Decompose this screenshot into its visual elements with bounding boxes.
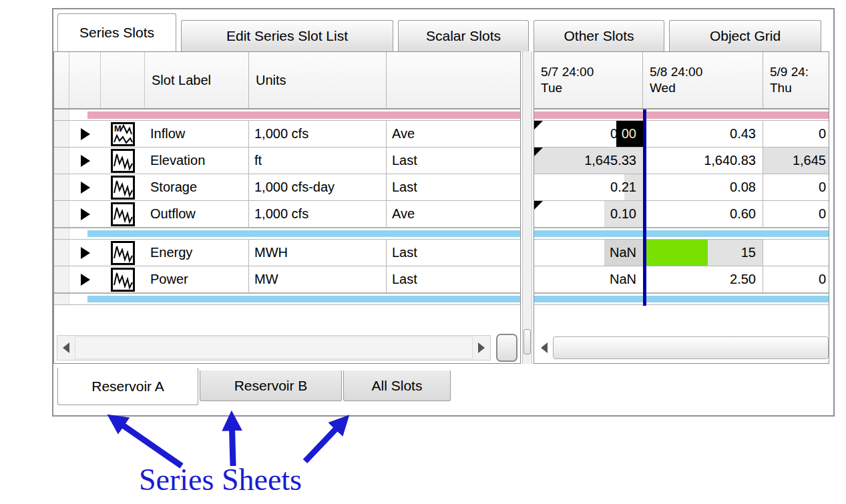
header-separator-band bbox=[54, 109, 520, 121]
row-header-cell[interactable] bbox=[54, 201, 69, 227]
timestep-cell[interactable]: 0.43 bbox=[646, 121, 763, 147]
sheet-tab-reservoir-b[interactable]: Reservoir B bbox=[200, 370, 342, 401]
tab-object-grid[interactable]: Object Grid bbox=[669, 20, 821, 51]
timestep-value-row: 1,645.331,640.831,645 bbox=[534, 148, 829, 174]
slot-label-cell[interactable]: Outflow bbox=[145, 201, 249, 227]
column-header-aggregation bbox=[387, 52, 520, 108]
expand-row-control[interactable] bbox=[69, 240, 101, 266]
timestep-cell[interactable]: 0 bbox=[763, 174, 829, 200]
slot-label-cell[interactable]: Storage bbox=[145, 174, 249, 200]
slot-aggregation-cell[interactable]: Last bbox=[387, 266, 520, 292]
expand-arrow-icon bbox=[81, 274, 90, 286]
timestep-cell[interactable]: 2.50 bbox=[646, 266, 763, 292]
slot-label-cell[interactable]: Power bbox=[145, 266, 249, 292]
row-header-cell[interactable] bbox=[54, 148, 69, 174]
timestep-cell[interactable]: 0.10 bbox=[534, 201, 643, 227]
slot-units-cell[interactable]: 1,000 cfs-day bbox=[249, 174, 387, 200]
timestep-cell[interactable]: 0.08 bbox=[646, 174, 763, 200]
timestep-column-header[interactable]: 5/9 24:Thu bbox=[763, 52, 829, 108]
column-adjust-button[interactable] bbox=[496, 334, 517, 362]
pane-splitter[interactable] bbox=[522, 51, 532, 364]
expand-row-control[interactable] bbox=[69, 266, 101, 292]
slot-aggregation-cell[interactable]: Last bbox=[387, 240, 520, 266]
left-horizontal-scrollbar-row bbox=[54, 332, 520, 363]
timestep-cell[interactable]: 0.21 bbox=[534, 174, 643, 200]
expand-arrow-icon bbox=[81, 155, 90, 167]
expand-row-control[interactable] bbox=[69, 174, 101, 200]
slot-icon-cell bbox=[101, 148, 145, 174]
row-header-cell[interactable] bbox=[54, 121, 69, 147]
expand-arrow-icon bbox=[81, 128, 90, 140]
slot-row[interactable]: Outflow1,000 cfsAve bbox=[54, 201, 520, 228]
slot-label-cell[interactable]: Energy bbox=[145, 240, 249, 266]
expand-arrow-icon bbox=[81, 208, 90, 220]
timestep-cell[interactable]: 15 bbox=[646, 240, 763, 266]
sheet-tab-reservoir-a[interactable]: Reservoir A bbox=[57, 368, 198, 405]
tab-scalar-slots[interactable]: Scalar Slots bbox=[398, 20, 529, 51]
slot-aggregation-cell[interactable]: Last bbox=[387, 148, 520, 174]
timestep-cell[interactable]: 1,645 bbox=[763, 148, 829, 174]
tab-edit-series-slot-list[interactable]: Edit Series Slot List bbox=[181, 20, 393, 51]
scroll-left-arrow-icon[interactable] bbox=[57, 336, 75, 360]
slot-icon-cell bbox=[101, 201, 145, 227]
scroll-left-arrow-icon[interactable] bbox=[536, 335, 553, 360]
timestep-date: 5/7 24:00 bbox=[541, 64, 594, 80]
scroll-right-arrow-icon[interactable] bbox=[473, 336, 490, 360]
row-header-cell[interactable] bbox=[54, 240, 69, 266]
slot-aggregation-cell[interactable]: Ave bbox=[387, 121, 520, 147]
slot-label-cell[interactable]: Elevation bbox=[145, 148, 249, 174]
timestep-value-row: NaN2.500 bbox=[534, 266, 829, 293]
slot-units-cell[interactable]: 1,000 cfs bbox=[249, 201, 387, 227]
timestep-column-header[interactable]: 5/8 24:00Wed bbox=[643, 52, 763, 108]
timestep-column-header[interactable]: 5/7 24:00Tue bbox=[534, 52, 643, 108]
splitter-button[interactable] bbox=[523, 329, 531, 354]
expand-arrow-icon bbox=[81, 247, 90, 259]
timestep-cell[interactable]: NaN bbox=[534, 240, 643, 266]
timestep-cell[interactable]: 0 bbox=[763, 201, 829, 227]
expand-row-control[interactable] bbox=[69, 121, 101, 147]
row-header-cell[interactable] bbox=[54, 174, 69, 200]
timestep-cell[interactable]: 0.00 bbox=[534, 121, 643, 147]
header-expand-cell bbox=[69, 52, 101, 108]
left-h-scrollbar[interactable] bbox=[57, 335, 491, 360]
slot-row[interactable]: Storage1,000 cfs-dayLast bbox=[54, 174, 520, 201]
timestep-cell[interactable]: 1,640.83 bbox=[646, 148, 763, 174]
timestep-cell[interactable]: 0 bbox=[763, 121, 829, 147]
timestep-date: 5/9 24: bbox=[770, 64, 809, 80]
timestep-cell[interactable]: 0.60 bbox=[646, 201, 763, 227]
slot-row[interactable]: MInflow1,000 cfsAve bbox=[54, 121, 520, 148]
sheet-tab-all-slots[interactable]: All Slots bbox=[343, 370, 451, 401]
slot-units-cell[interactable]: 1,000 cfs bbox=[249, 121, 387, 147]
left-h-scrollbar-thumb[interactable] bbox=[75, 336, 473, 359]
column-header-slot-label[interactable]: Slot Label bbox=[145, 52, 249, 108]
slot-icon-cell bbox=[101, 240, 145, 266]
arrow-to-all-slots bbox=[305, 419, 345, 461]
timestep-cell[interactable]: NaN bbox=[534, 266, 643, 292]
slot-aggregation-cell[interactable]: Ave bbox=[387, 201, 520, 227]
annotation-label: Series Sheets bbox=[139, 462, 302, 497]
screenshot-stage: Series SlotsEdit Series Slot ListScalar … bbox=[0, 0, 846, 504]
row-header-cell[interactable] bbox=[54, 266, 69, 292]
timestep-cell[interactable] bbox=[763, 240, 829, 266]
timestep-cell[interactable]: 1,645.33 bbox=[534, 148, 643, 174]
slot-row[interactable]: ElevationftLast bbox=[54, 148, 520, 174]
slot-label-cell[interactable]: Inflow bbox=[145, 121, 249, 147]
tab-series-slots[interactable]: Series Slots bbox=[57, 13, 176, 51]
slot-row[interactable]: EnergyMWHLast bbox=[54, 240, 520, 266]
header-icon-cell bbox=[101, 52, 145, 108]
slot-row[interactable]: PowerMWLast bbox=[54, 266, 520, 293]
slot-icon-cell bbox=[101, 174, 145, 200]
slot-units-cell[interactable]: ft bbox=[249, 148, 387, 174]
timestep-rows-container: 0.000.4301,645.331,640.831,6450.210.0800… bbox=[534, 109, 829, 332]
timestep-cell[interactable]: 0 bbox=[763, 266, 829, 292]
slot-units-cell[interactable]: MW bbox=[249, 266, 387, 292]
slot-aggregation-cell[interactable]: Last bbox=[387, 174, 520, 200]
slot-units-cell[interactable]: MWH bbox=[249, 240, 387, 266]
group-separator-band bbox=[534, 293, 829, 305]
expand-row-control[interactable] bbox=[69, 148, 101, 174]
column-header-units[interactable]: Units bbox=[249, 52, 387, 108]
right-h-scrollbar-thumb[interactable] bbox=[553, 336, 829, 359]
tab-other-slots[interactable]: Other Slots bbox=[534, 20, 664, 51]
expand-row-control[interactable] bbox=[69, 201, 101, 227]
timestep-value-row: 0.210.080 bbox=[534, 174, 829, 201]
